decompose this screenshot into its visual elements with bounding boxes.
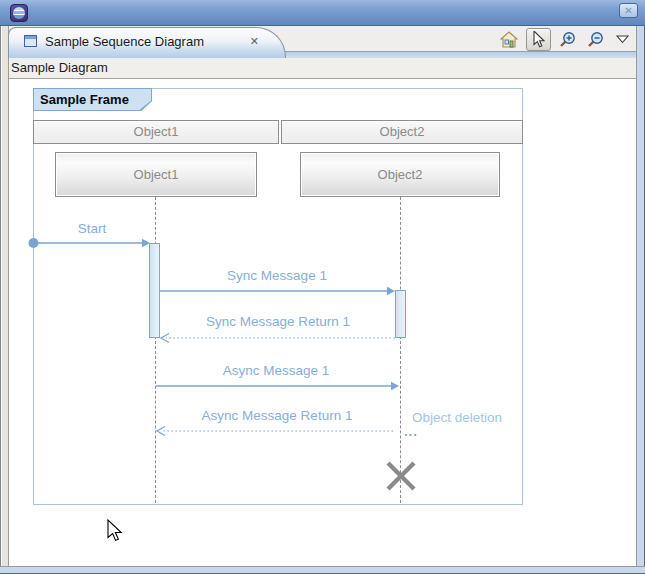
- eclipse-logo-icon: [10, 4, 28, 22]
- lifeline-header-object1[interactable]: Object1: [33, 120, 279, 144]
- left-window-edge: [0, 26, 9, 574]
- application-window: { "window": { "close_glyph": "✕" }, "tab…: [0, 0, 645, 574]
- tab-title: Sample Sequence Diagram: [45, 34, 242, 49]
- lifeline-box-object1[interactable]: Object1: [55, 152, 257, 197]
- home-button[interactable]: [498, 29, 520, 51]
- lifeline-object1[interactable]: [155, 197, 156, 503]
- window-close-button[interactable]: ✕: [619, 3, 638, 18]
- view-toolbar: [498, 28, 631, 51]
- right-window-edge: [636, 26, 645, 574]
- zoom-out-icon: [586, 31, 604, 49]
- lifeline-header-object2[interactable]: Object2: [281, 120, 523, 144]
- view-menu-button[interactable]: [613, 29, 631, 51]
- cursor-arrow-icon: [532, 31, 546, 48]
- zoom-out-button[interactable]: [583, 29, 607, 51]
- diagram-editor-icon: [24, 35, 37, 47]
- bottom-window-edge: [0, 566, 645, 574]
- lifeline-object2[interactable]: [400, 197, 401, 503]
- frame-label[interactable]: Sample Frame: [33, 88, 152, 111]
- window-titlebar[interactable]: ✕: [0, 0, 645, 26]
- sequence-frame[interactable]: [33, 88, 523, 505]
- lifeline-box-object2[interactable]: Object2: [300, 152, 500, 197]
- chevron-down-icon: [616, 35, 629, 44]
- select-tool-button[interactable]: [526, 28, 551, 51]
- zoom-in-icon: [558, 31, 576, 49]
- diagram-breadcrumb: Sample Diagram: [9, 58, 636, 79]
- breadcrumb-label: Sample Diagram: [11, 60, 108, 75]
- zoom-in-button[interactable]: [555, 29, 579, 51]
- tab-sample-sequence-diagram[interactable]: Sample Sequence Diagram ✕: [8, 27, 286, 58]
- frame-label-text: Sample Frame: [34, 89, 151, 110]
- home-icon: [500, 31, 518, 49]
- tab-close-icon[interactable]: ✕: [250, 35, 271, 48]
